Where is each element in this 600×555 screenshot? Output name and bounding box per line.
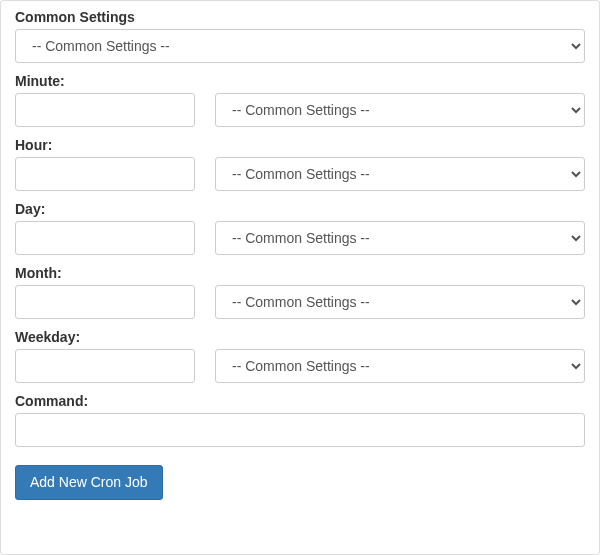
minute-row: -- Common Settings --: [15, 93, 585, 127]
month-input[interactable]: [15, 285, 195, 319]
day-row: -- Common Settings --: [15, 221, 585, 255]
month-label: Month:: [15, 265, 585, 281]
weekday-input[interactable]: [15, 349, 195, 383]
weekday-label: Weekday:: [15, 329, 585, 345]
day-label: Day:: [15, 201, 585, 217]
command-label: Command:: [15, 393, 585, 409]
day-input[interactable]: [15, 221, 195, 255]
hour-row: -- Common Settings --: [15, 157, 585, 191]
hour-input[interactable]: [15, 157, 195, 191]
weekday-preset-select[interactable]: -- Common Settings --: [215, 349, 585, 383]
minute-input[interactable]: [15, 93, 195, 127]
day-preset-select[interactable]: -- Common Settings --: [215, 221, 585, 255]
minute-label: Minute:: [15, 73, 585, 89]
hour-preset-select[interactable]: -- Common Settings --: [215, 157, 585, 191]
command-input[interactable]: [15, 413, 585, 447]
weekday-row: -- Common Settings --: [15, 349, 585, 383]
month-row: -- Common Settings --: [15, 285, 585, 319]
cron-settings-panel: Common Settings -- Common Settings -- Mi…: [0, 0, 600, 555]
month-preset-select[interactable]: -- Common Settings --: [215, 285, 585, 319]
common-settings-label: Common Settings: [15, 9, 585, 25]
add-cron-job-button[interactable]: Add New Cron Job: [15, 465, 163, 500]
common-settings-select[interactable]: -- Common Settings --: [15, 29, 585, 63]
minute-preset-select[interactable]: -- Common Settings --: [215, 93, 585, 127]
hour-label: Hour:: [15, 137, 585, 153]
